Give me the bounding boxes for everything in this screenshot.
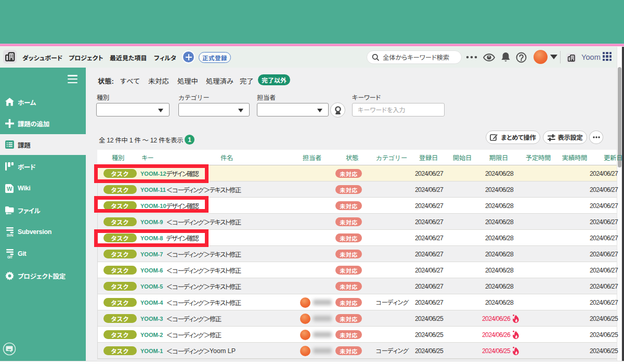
svg-text:GIT: GIT — [7, 255, 12, 259]
svg-text:SVN: SVN — [7, 233, 14, 237]
svg-text:W: W — [7, 185, 12, 191]
